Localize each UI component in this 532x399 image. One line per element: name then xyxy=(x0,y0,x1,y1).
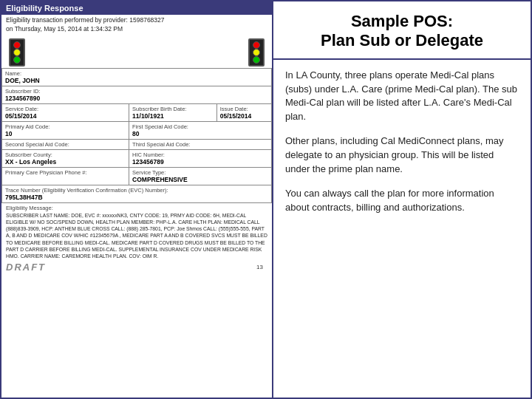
traffic-lights-row xyxy=(1,37,272,68)
eligibility-header: Eligibility Response xyxy=(1,1,272,15)
table-row-subscriber-id: Subscriber ID: 1234567890 xyxy=(2,86,272,103)
right-paragraph-2: Other plans, including Cal MediConnect p… xyxy=(285,134,519,177)
table-row-county-hic: Subscriber County: XX - Los Angeles HIC … xyxy=(2,149,272,167)
table-row-aid-codes-2: Second Special Aid Code: Third Special A… xyxy=(2,139,272,149)
right-paragraph-3: You can always call the plan for more in… xyxy=(285,187,519,215)
traffic-light-left xyxy=(9,38,25,66)
right-panel: Sample POS:Plan Sub or Delegate In LA Co… xyxy=(273,0,532,399)
table-row-dates: Service Date: 05/15/2014 Subscriber Birt… xyxy=(2,103,272,121)
right-panel-title: Sample POS:Plan Sub or Delegate xyxy=(273,1,531,60)
page-number: 13 xyxy=(252,264,267,270)
eligibility-message: Eligibility Message: SUBSCRIBER LAST NAM… xyxy=(1,203,272,261)
traffic-light-right xyxy=(248,38,265,66)
eligibility-subheader: Eligibility transaction performed by pro… xyxy=(1,15,272,37)
table-row-name: Name: DOE, JOHN xyxy=(2,68,272,86)
table-row-pcp-service: Primary Care Physician Phone #: Service … xyxy=(2,167,272,185)
right-paragraph-1: In LA County, three plans operate Medi-C… xyxy=(285,69,519,124)
table-row-trace: Trace Number (Eligibility Verification C… xyxy=(2,185,272,202)
table-row-aid-codes: Primary Aid Code: 10 First Special Aid C… xyxy=(2,121,272,139)
eligibility-form-table: Name: DOE, JOHN Subscriber ID: 123456789… xyxy=(1,68,272,203)
right-panel-body: In LA County, three plans operate Medi-C… xyxy=(273,60,531,398)
left-panel: Eligibility Response Eligibility transac… xyxy=(0,0,273,399)
draft-watermark: DRAFT xyxy=(6,262,46,273)
